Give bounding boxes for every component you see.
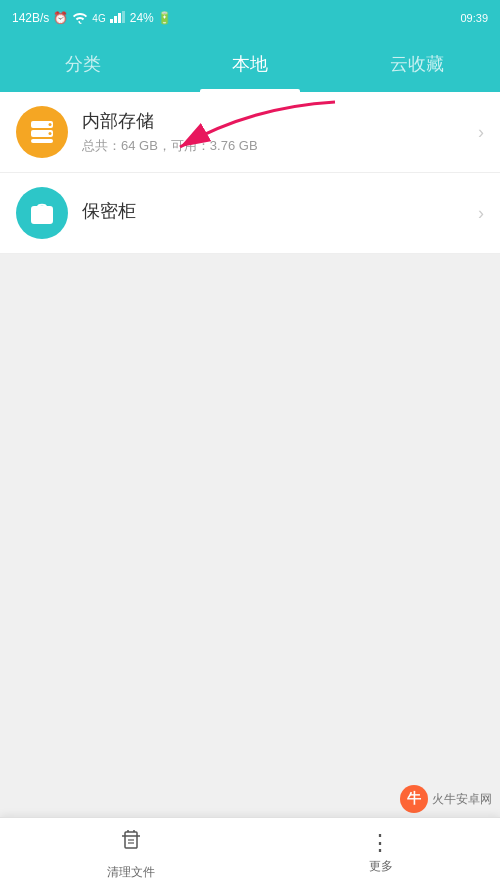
svg-rect-15 — [31, 212, 33, 217]
signal-bars-icon — [110, 11, 126, 26]
tab-cloud-label: 云收藏 — [390, 52, 444, 76]
svg-rect-3 — [122, 11, 125, 23]
watermark: 牛 火牛安卓网 — [400, 785, 492, 813]
svg-rect-1 — [114, 16, 117, 23]
alarm-icon: ⏰ — [53, 11, 68, 25]
safe-box-icon — [16, 187, 68, 239]
watermark-text: 火牛安卓网 — [432, 791, 492, 808]
svg-rect-0 — [110, 19, 113, 23]
internal-storage-text: 内部存储 总共：64 GB，可用：3.76 GB — [82, 109, 478, 155]
svg-rect-14 — [42, 218, 44, 221]
battery-icon: 24% 🔋 — [130, 11, 172, 25]
list-container: 内部存储 总共：64 GB，可用：3.76 GB › 保密柜 › — [0, 92, 500, 254]
svg-rect-2 — [118, 13, 121, 23]
status-bar: 142B/s ⏰ 4G 24% 🔋 09:39 — [0, 0, 500, 36]
nav-tabs: 分类 本地 云收藏 — [0, 36, 500, 92]
more-icon: ⋮ — [369, 832, 393, 854]
safe-box-text: 保密柜 — [82, 199, 478, 227]
status-bar-right: 09:39 — [460, 12, 488, 24]
svg-point-13 — [41, 214, 43, 216]
safe-box-arrow: › — [478, 203, 484, 224]
list-item-internal-storage[interactable]: 内部存储 总共：64 GB，可用：3.76 GB › — [0, 92, 500, 173]
list-item-safe-box[interactable]: 保密柜 › — [0, 173, 500, 254]
more-label: 更多 — [369, 858, 393, 875]
svg-point-7 — [49, 123, 52, 126]
tab-cloud[interactable]: 云收藏 — [333, 36, 500, 92]
tab-category[interactable]: 分类 — [0, 36, 167, 92]
tab-local[interactable]: 本地 — [167, 36, 334, 92]
tab-local-label: 本地 — [232, 52, 268, 76]
network-speed: 142B/s — [12, 11, 49, 25]
time-display: 09:39 — [460, 12, 488, 24]
clean-files-button[interactable]: 清理文件 — [87, 818, 175, 889]
clean-files-label: 清理文件 — [107, 864, 155, 881]
signal-4g-icon: 4G — [92, 13, 105, 24]
internal-storage-subtitle: 总共：64 GB，可用：3.76 GB — [82, 137, 478, 155]
bottom-bar: 清理文件 ⋮ 更多 — [0, 817, 500, 889]
internal-storage-title: 内部存储 — [82, 109, 478, 133]
wifi-icon — [72, 10, 88, 27]
svg-point-8 — [49, 132, 52, 135]
watermark-icon: 牛 — [400, 785, 428, 813]
clean-files-icon — [117, 826, 145, 860]
tab-category-label: 分类 — [65, 52, 101, 76]
status-bar-left: 142B/s ⏰ 4G 24% 🔋 — [12, 10, 172, 27]
internal-storage-arrow: › — [478, 122, 484, 143]
svg-rect-6 — [31, 139, 53, 143]
safe-box-title: 保密柜 — [82, 199, 478, 223]
internal-storage-icon — [16, 106, 68, 158]
more-button[interactable]: ⋮ 更多 — [349, 824, 413, 883]
